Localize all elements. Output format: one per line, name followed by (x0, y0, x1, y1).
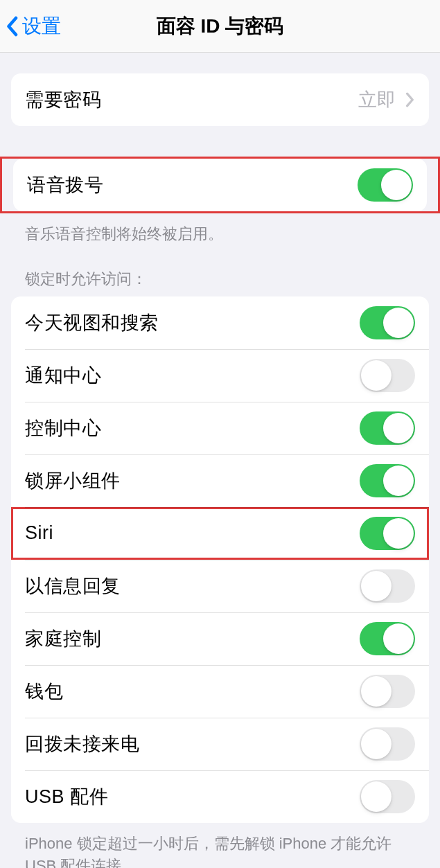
locked-access-toggle[interactable] (360, 306, 415, 339)
toggle-knob (383, 413, 414, 443)
require-passcode-row[interactable]: 需要密码 立即 (11, 73, 429, 126)
voice-dial-label: 语音拨号 (27, 172, 103, 197)
chevron-left-icon (6, 16, 18, 37)
page-title: 面容 ID 与密码 (157, 13, 284, 39)
require-passcode-value: 立即 (358, 87, 396, 112)
toggle-knob (383, 623, 414, 654)
locked-access-row: 控制中心 (11, 402, 429, 454)
locked-access-row: 今天视图和搜索 (11, 296, 429, 349)
locked-access-label: USB 配件 (25, 784, 108, 809)
toggle-knob (361, 676, 391, 707)
locked-access-toggle[interactable] (360, 517, 415, 550)
locked-access-footer: iPhone 锁定超过一小时后，需先解锁 iPhone 才能允许USB 配件连接… (11, 823, 429, 868)
voice-dial-highlight: 语音拨号 (0, 157, 440, 213)
locked-access-row: 锁屏小组件 (11, 454, 429, 507)
locked-access-toggle[interactable] (360, 411, 415, 445)
locked-access-label: 钱包 (25, 679, 63, 704)
locked-access-row: 以信息回复 (11, 560, 429, 612)
locked-access-label: Siri (25, 522, 53, 544)
require-passcode-card: 需要密码 立即 (11, 73, 429, 126)
locked-access-toggle[interactable] (360, 359, 415, 392)
chevron-right-icon (405, 92, 415, 107)
locked-access-row: USB 配件 (11, 770, 429, 823)
back-button[interactable]: 设置 (6, 13, 61, 39)
locked-access-card: 今天视图和搜索通知中心控制中心锁屏小组件Siri以信息回复家庭控制钱包回拨未接来… (11, 296, 429, 823)
voice-dial-toggle[interactable] (358, 168, 413, 202)
locked-access-label: 通知中心 (25, 363, 101, 388)
locked-access-toggle[interactable] (360, 464, 415, 497)
toggle-knob (383, 518, 414, 549)
locked-access-row: 家庭控制 (11, 612, 429, 665)
locked-access-label: 控制中心 (25, 416, 101, 441)
locked-access-label: 家庭控制 (25, 626, 101, 651)
locked-access-label: 今天视图和搜索 (25, 310, 159, 335)
locked-access-label: 锁屏小组件 (25, 468, 121, 493)
toggle-knob (383, 466, 414, 496)
locked-access-row: 回拨未接来电 (11, 718, 429, 770)
locked-access-row: Siri (11, 507, 429, 560)
require-passcode-detail: 立即 (358, 87, 415, 112)
locked-access-toggle[interactable] (360, 727, 415, 761)
locked-access-label: 回拨未接来电 (25, 732, 139, 756)
locked-access-row: 通知中心 (11, 349, 429, 402)
locked-access-toggle[interactable] (360, 780, 415, 813)
locked-access-label: 以信息回复 (25, 574, 121, 599)
voice-dial-row: 语音拨号 (13, 159, 427, 211)
locked-access-toggle[interactable] (360, 622, 415, 655)
locked-access-toggle[interactable] (360, 675, 415, 708)
toggle-knob (383, 308, 414, 338)
back-label: 设置 (22, 13, 61, 39)
toggle-knob (361, 571, 391, 601)
toggle-knob (361, 360, 391, 391)
toggle-knob (361, 729, 391, 759)
require-passcode-label: 需要密码 (25, 87, 101, 112)
navigation-bar: 设置 面容 ID 与密码 (0, 0, 440, 53)
locked-access-row: 钱包 (11, 665, 429, 718)
locked-access-header: 锁定时允许访问： (11, 269, 429, 296)
toggle-knob (381, 170, 412, 200)
voice-dial-footer: 音乐语音控制将始终被启用。 (11, 213, 429, 245)
voice-dial-card: 语音拨号 (13, 159, 427, 211)
locked-access-toggle[interactable] (360, 569, 415, 603)
toggle-knob (361, 781, 391, 812)
